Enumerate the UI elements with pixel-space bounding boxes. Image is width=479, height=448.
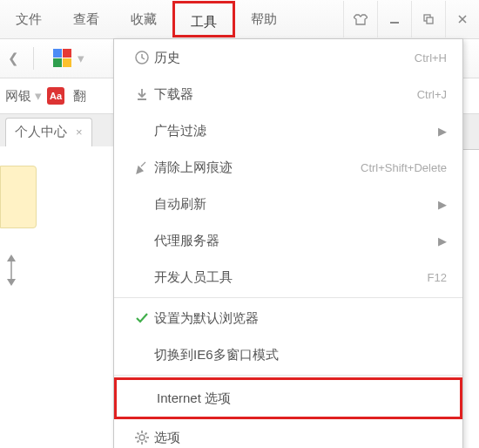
broom-icon	[130, 160, 154, 175]
menu-separator	[114, 297, 462, 298]
menu-item-devtools[interactable]: 开发人员工具 F12	[114, 259, 462, 295]
maximize-button[interactable]	[411, 1, 445, 37]
menu-favorites[interactable]: 收藏	[115, 1, 172, 37]
translate-badge-icon[interactable]: Aa	[47, 87, 64, 105]
submenu-arrow-icon: ▶	[438, 198, 447, 211]
svg-line-15	[138, 441, 139, 443]
bookmark-item-bank[interactable]: 网银	[5, 88, 31, 105]
tab-title: 个人中心	[15, 124, 67, 140]
menu-tools[interactable]: 工具	[172, 1, 235, 37]
tools-dropdown: 历史 Ctrl+H 下载器 Ctrl+J 广告过滤 ▶ 清除上网痕迹 Ctrl+…	[113, 38, 463, 448]
back-chevron-icon[interactable]: ❮	[0, 51, 26, 66]
menu-view[interactable]: 查看	[57, 1, 115, 37]
svg-line-12	[138, 433, 139, 435]
tab-close-icon[interactable]: ×	[76, 126, 83, 139]
svg-line-14	[145, 433, 147, 435]
menu-shortcut: Ctrl+Shift+Delete	[361, 161, 447, 174]
menu-label: 自动刷新	[154, 196, 438, 213]
menu-label: 代理服务器	[154, 233, 438, 249]
download-icon	[130, 86, 154, 102]
menu-label: Internet 选项	[157, 390, 444, 407]
browser-tab[interactable]: 个人中心 ×	[5, 118, 92, 146]
menu-bar: 文件 查看 收藏 工具 帮助	[0, 0, 479, 39]
menu-label: 历史	[154, 50, 415, 66]
menu-shortcut: Ctrl+H	[415, 51, 447, 64]
menu-separator	[114, 375, 462, 376]
sticky-note	[0, 166, 37, 228]
window-controls	[343, 1, 479, 37]
menu-label: 下载器	[154, 86, 417, 103]
svg-line-13	[145, 441, 147, 443]
history-icon	[130, 50, 154, 65]
menu-item-auto-refresh[interactable]: 自动刷新 ▶	[114, 186, 462, 222]
svg-rect-2	[427, 17, 433, 24]
gear-icon	[130, 430, 154, 445]
bookmark-item-translate[interactable]: 翻	[73, 88, 86, 105]
menu-label: 开发人员工具	[154, 269, 428, 286]
close-button[interactable]	[445, 1, 479, 37]
resize-arrows-icon	[3, 253, 19, 288]
menu-item-set-default[interactable]: 设置为默认浏览器	[114, 300, 462, 336]
menu-help[interactable]: 帮助	[235, 1, 293, 37]
skin-button[interactable]	[343, 1, 377, 37]
menu-item-internet-options[interactable]: Internet 选项	[114, 377, 462, 419]
svg-point-7	[139, 435, 145, 440]
menu-label: 设置为默认浏览器	[154, 310, 447, 327]
menu-label: 清除上网痕迹	[154, 160, 361, 176]
menu-item-downloads[interactable]: 下载器 Ctrl+J	[114, 76, 462, 112]
minimize-button[interactable]	[377, 1, 411, 37]
menu-item-history[interactable]: 历史 Ctrl+H	[114, 39, 462, 76]
submenu-arrow-icon: ▶	[438, 125, 447, 138]
menu-label: 广告过滤	[154, 123, 438, 139]
menu-item-clear-trace[interactable]: 清除上网痕迹 Ctrl+Shift+Delete	[114, 149, 462, 186]
check-icon	[130, 310, 154, 326]
menu-item-proxy[interactable]: 代理服务器 ▶	[114, 222, 462, 259]
google-icon[interactable]	[53, 49, 72, 68]
menu-label: 切换到IE6多窗口模式	[154, 347, 447, 363]
menu-item-ie6-mode[interactable]: 切换到IE6多窗口模式	[114, 336, 462, 373]
menu-item-adblock[interactable]: 广告过滤 ▶	[114, 112, 462, 149]
menu-file[interactable]: 文件	[0, 1, 57, 37]
submenu-arrow-icon: ▶	[438, 234, 447, 248]
menu-item-options[interactable]: 选项	[114, 419, 462, 448]
menu-label: 选项	[154, 430, 447, 446]
menu-shortcut: F12	[428, 271, 447, 284]
menu-shortcut: Ctrl+J	[417, 88, 447, 101]
